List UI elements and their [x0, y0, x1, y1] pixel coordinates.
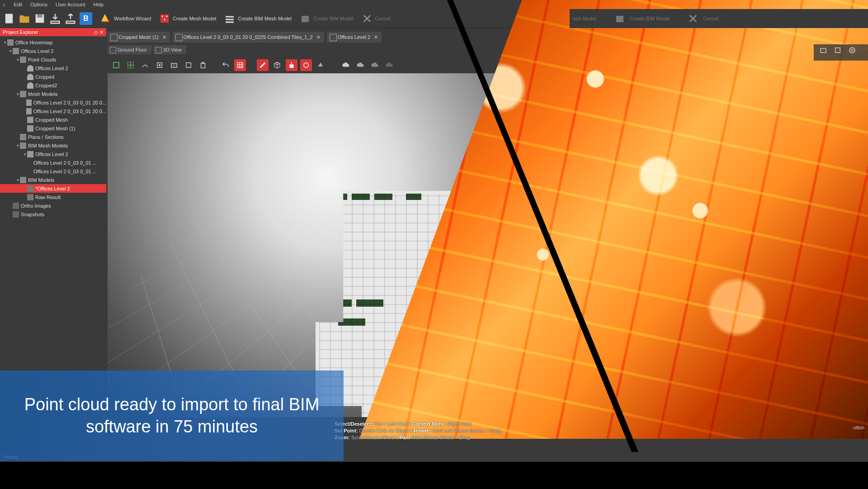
tree-item-label: Cropped Mesh — [35, 117, 68, 123]
bim-icon — [27, 185, 33, 192]
extrude-icon[interactable] — [286, 59, 297, 71]
tree-item[interactable]: Offices Level 2 0_03 0_01 ... — [0, 158, 106, 167]
letterbox-bottom — [0, 462, 868, 489]
cloud2-icon[interactable] — [354, 59, 366, 71]
create-mesh-button[interactable]: Create Mesh Model — [159, 13, 216, 24]
menu-help[interactable]: Help — [93, 2, 104, 7]
explorer-pin-icon[interactable]: ◇ — [94, 29, 98, 35]
paint-icon[interactable] — [257, 59, 269, 71]
delete-icon[interactable] — [197, 59, 209, 71]
svg-rect-20 — [616, 16, 623, 22]
screenshot-icon[interactable] — [168, 59, 180, 71]
svg-point-19 — [304, 63, 309, 68]
menu-options[interactable]: Options — [30, 2, 47, 7]
cloud3-icon[interactable] — [369, 59, 381, 71]
explorer-title-bar: Project Explorer ◇ ✕ — [0, 28, 106, 36]
workflow-wizard-button[interactable]: Workflow Wizard — [100, 13, 151, 24]
tree-item-label: Offices Level 2 0_03 0_01 20 0... — [33, 100, 106, 105]
undo-icon[interactable] — [220, 59, 231, 71]
tree-item-label: Ortho Images — [21, 203, 51, 209]
mesh-icon — [26, 100, 32, 106]
tab-ground-floor[interactable]: Ground Floor — [108, 45, 151, 54]
close-icon[interactable]: ✕ — [316, 34, 321, 40]
svg-rect-12 — [131, 66, 134, 68]
app-window: e Edit Options User Account Help B Workf… — [0, 0, 868, 489]
tree-item[interactable]: ▾Offices Level 2 — [0, 150, 106, 158]
ifc-icon[interactable]: B — [80, 12, 92, 25]
tree-item-label: *Offices Level 2 — [35, 186, 70, 191]
tree-item-label: BIM Models — [28, 177, 54, 183]
tree-item[interactable]: Snapshots — [0, 210, 106, 218]
export-icon[interactable] — [64, 12, 77, 25]
tree-item-label: Mesh Models — [28, 91, 57, 97]
tree-item[interactable]: Raw Result — [0, 193, 106, 201]
open-icon[interactable] — [18, 12, 31, 25]
grid-mesh-icon[interactable] — [234, 59, 246, 71]
tree-item[interactable]: Offices Level 2 0_03 0_01 ... — [0, 167, 106, 176]
cloud1-icon[interactable] — [340, 59, 352, 71]
right-mesh-label: esh Model — [573, 16, 596, 21]
tree-item[interactable]: Cropped Mesh (1) — [0, 124, 106, 133]
explorer-close-icon[interactable]: ✕ — [99, 29, 104, 35]
tree-item[interactable]: Cropped Mesh — [0, 115, 106, 124]
view-single-icon[interactable] — [110, 59, 122, 71]
svg-point-5 — [166, 15, 168, 17]
project-tree[interactable]: ▾Office Hovermap ▾Offices Level 2▾Point … — [0, 36, 106, 220]
tree-item[interactable]: Cropped2 — [0, 81, 106, 90]
tab-offices-level2[interactable]: Offices Level 2✕ — [327, 32, 382, 43]
tree-root[interactable]: ▾Office Hovermap — [0, 38, 106, 47]
tree-item[interactable]: Offices Level 2 0_03 0_01 20 0... — [0, 107, 106, 115]
box-icon[interactable] — [183, 59, 194, 71]
tab-combined-tiles[interactable]: Offices Level 2 0_03 0_01 20 0_0225 Comb… — [173, 32, 324, 43]
tree-item-label: Offices Level 2 — [21, 48, 54, 54]
tree-item[interactable]: *Offices Level 2 — [0, 184, 106, 193]
close-icon[interactable]: ✕ — [162, 34, 166, 40]
right-box-icon[interactable] — [832, 44, 844, 56]
svg-rect-9 — [127, 62, 130, 65]
import-icon[interactable] — [49, 12, 61, 25]
tree-item[interactable]: ▾BIM Models — [0, 176, 106, 184]
tree-item[interactable]: Offices Level 2 0_03 0_01 20 0... — [0, 98, 106, 107]
tab-cropped-mesh[interactable]: Cropped Mesh (1)✕ — [108, 32, 170, 43]
menu-edit[interactable]: Edit — [14, 2, 22, 7]
svg-rect-21 — [821, 48, 826, 52]
shape-icon[interactable] — [315, 59, 326, 71]
menu-file-partial[interactable]: e — [3, 2, 5, 7]
tree-item[interactable]: ▾Offices Level 2 — [0, 47, 106, 55]
tree-item-label: BIM Mesh Models — [28, 143, 68, 148]
right-cancel-label: Cancel — [703, 16, 718, 21]
explorer-title: Project Explorer — [3, 29, 38, 35]
create-bim-model-button: Create BIM Model — [300, 13, 354, 24]
right-aperture-icon[interactable] — [846, 44, 858, 56]
right-hint-partial: utton — [854, 425, 864, 430]
tree-item-label: Offices Level 2 0_03 0_01 20 0... — [33, 109, 106, 114]
tree-item-label: Offices Level 2 0_03 0_01 ... — [33, 160, 97, 166]
tab-3d-view[interactable]: 3D View — [153, 45, 186, 54]
view-tabs: Ground Floor 3D View — [108, 45, 186, 54]
create-bim-mesh-button[interactable]: Create BIM Mesh Model — [224, 13, 292, 24]
tree-item[interactable]: Cropped — [0, 72, 106, 81]
folder-icon — [13, 48, 19, 54]
tool-red4-icon[interactable] — [300, 59, 312, 71]
close-icon[interactable]: ✕ — [374, 34, 378, 40]
tree-item[interactable]: Offices Level 2 — [0, 64, 106, 72]
orbit-icon[interactable] — [139, 59, 151, 71]
tree-item[interactable]: ▾Point Clouds — [0, 55, 106, 64]
svg-rect-3 — [160, 14, 169, 23]
right-screenshot-icon[interactable] — [817, 44, 829, 56]
svg-rect-11 — [127, 66, 130, 68]
cube-icon[interactable] — [271, 59, 283, 71]
menu-user-account[interactable]: User Account — [56, 2, 85, 7]
cloud4-icon[interactable] — [383, 59, 395, 71]
tree-item[interactable]: Ortho Images — [0, 201, 106, 210]
tree-item-label: Plans / Sections — [28, 134, 64, 140]
view-grid-icon[interactable] — [125, 59, 137, 71]
svg-rect-15 — [171, 63, 177, 67]
save-icon[interactable] — [33, 12, 46, 25]
tree-item[interactable]: Plans / Sections — [0, 133, 106, 141]
new-icon[interactable] — [3, 12, 15, 25]
tree-item[interactable]: ▾Mesh Models — [0, 90, 106, 98]
fit-icon[interactable] — [154, 59, 165, 71]
right-toolbar: esh Model Create BIM Model Cancel — [570, 9, 868, 28]
tree-item[interactable]: ▾BIM Mesh Models — [0, 141, 106, 150]
